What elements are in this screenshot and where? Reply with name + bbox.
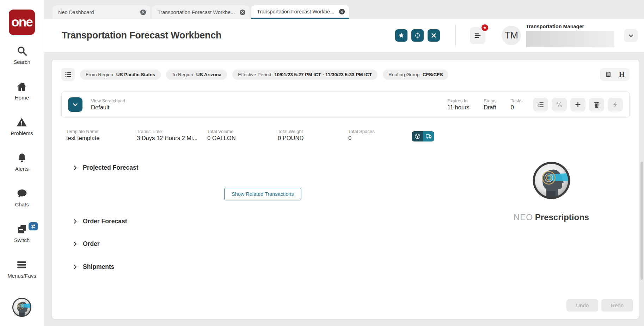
list-icon xyxy=(65,71,72,78)
delete-button[interactable] xyxy=(589,98,604,111)
filter-pill-routing-group[interactable]: Routing Group:CFS/CFS xyxy=(383,70,448,80)
filter-pill-to-region[interactable]: To Region:US Arizona xyxy=(166,70,227,80)
neo-user-avatar[interactable] xyxy=(12,297,32,318)
stat-expires-in: Expires In 11 hours xyxy=(447,98,470,111)
scratchpad-expand-button[interactable] xyxy=(68,97,82,112)
summary-label: Template Name xyxy=(66,129,137,134)
summary-value: test template xyxy=(66,134,137,142)
chevron-right-icon xyxy=(73,264,78,270)
user-menu-chevron-button[interactable] xyxy=(624,29,638,42)
stat-label: Tasks xyxy=(511,98,522,104)
pill-value: 10/01/23 5:27 PM ICT - 11/30/23 5:33 PM … xyxy=(274,72,372,77)
run-actions-button[interactable] xyxy=(608,98,623,111)
package-mode-segment[interactable] xyxy=(412,131,423,141)
trash-icon xyxy=(593,101,600,108)
pill-label: From Region: xyxy=(86,72,115,77)
history-button[interactable]: H xyxy=(619,71,625,78)
one-network-logo[interactable]: one xyxy=(9,10,35,35)
summary-total-weight: Total Weight 0 POUND xyxy=(278,129,348,142)
close-icon[interactable] xyxy=(240,10,245,15)
undo-button[interactable]: Undo xyxy=(566,299,598,312)
scratchpad-value: Default xyxy=(91,104,125,111)
sidebar-item-chats[interactable]: Chats xyxy=(15,188,29,207)
section-title: Projected Forecast xyxy=(83,164,139,171)
pill-value: US Arizona xyxy=(196,72,222,77)
summary-value: 0 POUND xyxy=(278,134,348,142)
refresh-icon xyxy=(414,32,421,39)
chevron-right-icon xyxy=(73,219,78,224)
filter-bar: From Region:US Pacific States To Region:… xyxy=(61,68,630,81)
vertical-scrollbar[interactable] xyxy=(640,162,643,280)
clipboard-button[interactable] xyxy=(605,71,612,78)
summary-template-name: Template Name test template xyxy=(66,129,137,142)
user-initials: TM xyxy=(505,30,518,41)
undo-redo-bar: Undo Redo xyxy=(566,299,633,312)
tab-transportation-forecast-1[interactable]: Transportation Forecast Workbe... xyxy=(152,5,250,19)
close-workbench-button[interactable] xyxy=(428,29,440,42)
filter-list-button[interactable] xyxy=(61,68,75,81)
tab-transportation-forecast-2-active[interactable]: Transportation Forecast Workbe... xyxy=(251,5,349,19)
notifications-menu-button[interactable]: ★ xyxy=(470,27,485,44)
chevron-down-icon xyxy=(628,33,634,38)
sidebar-label: Switch xyxy=(14,237,30,243)
section-title: Shipments xyxy=(83,263,114,271)
refresh-button[interactable] xyxy=(411,29,424,42)
show-related-transactions-button[interactable]: Show Related Transactions xyxy=(224,188,301,200)
a-b-compare-icon: AB xyxy=(556,101,563,108)
sidebar-item-problems[interactable]: Problems xyxy=(11,117,33,136)
close-icon[interactable] xyxy=(140,10,146,15)
neo-brand-text: NEO xyxy=(514,212,533,222)
close-icon[interactable] xyxy=(339,9,345,14)
filter-pill-from-region[interactable]: From Region:US Pacific States xyxy=(80,70,161,80)
close-icon xyxy=(430,32,437,39)
ordered-list-button[interactable]: 123 xyxy=(533,98,548,111)
switch-swap-badge[interactable] xyxy=(29,222,38,230)
neo-caption: NEOPrescriptions xyxy=(514,212,589,222)
stat-label: Expires In xyxy=(447,98,470,104)
scratchpad-panel: View Scratchpad Default Expires In 11 ho… xyxy=(61,91,630,118)
summary-label: Total Volume xyxy=(207,129,278,134)
star-badge: ★ xyxy=(481,24,489,32)
filter-pill-effective-period[interactable]: Effective Period:10/01/23 5:27 PM ICT - … xyxy=(232,70,378,80)
sidebar-item-alerts[interactable]: Alerts xyxy=(15,152,29,172)
neo-robot-image[interactable] xyxy=(532,161,571,200)
header-actions: ★ TM Transportation Manager xyxy=(391,24,638,47)
sidebar-item-home[interactable]: Home xyxy=(15,81,29,101)
user-role: Transportation Manager xyxy=(526,24,614,29)
sidebar-label: Search xyxy=(13,59,30,65)
favorite-button[interactable] xyxy=(395,29,407,42)
package-icon xyxy=(414,133,421,140)
summary-label: Total Spaces xyxy=(348,129,412,134)
warning-icon xyxy=(16,117,27,129)
main-area: Neo Dashboard Transportation Forecast Wo… xyxy=(44,0,644,326)
summary-row: Template Name test template Transit Time… xyxy=(61,129,630,142)
tab-bar: Neo Dashboard Transportation Forecast Wo… xyxy=(44,0,644,19)
compare-ab-button[interactable]: AB xyxy=(552,98,567,111)
workbench-card: From Region:US Pacific States To Region:… xyxy=(52,60,639,319)
redo-button[interactable]: Redo xyxy=(601,299,633,312)
sidebar-item-search[interactable]: Search xyxy=(13,46,30,65)
scratchpad-selector[interactable]: View Scratchpad Default xyxy=(91,98,125,111)
section-order[interactable]: Order xyxy=(73,240,630,248)
truck-mode-segment[interactable] xyxy=(423,131,434,141)
hamburger-icon xyxy=(474,32,482,40)
user-initials-avatar[interactable]: TM xyxy=(502,26,521,45)
home-icon xyxy=(16,81,27,93)
app-root: one Search Home Problems Alerts Chats Sw… xyxy=(0,0,644,326)
scratchpad-actions: 123 AB xyxy=(533,98,623,111)
star-icon xyxy=(398,32,405,39)
sidebar-item-switch[interactable]: Switch xyxy=(14,224,30,243)
sidebar-item-menus-favs[interactable]: Menus/Favs xyxy=(7,259,36,279)
tab-neo-dashboard[interactable]: Neo Dashboard xyxy=(53,5,150,19)
ordered-list-icon: 123 xyxy=(537,101,544,108)
summary-value: 3 Days 12 Hours 2 Mi... xyxy=(137,134,207,142)
section-shipments[interactable]: Shipments xyxy=(73,263,630,271)
add-button[interactable] xyxy=(570,98,585,111)
neo-prescriptions-widget[interactable]: NEOPrescriptions xyxy=(509,161,594,222)
page-title: Transportation Forecast Workbench xyxy=(62,30,221,41)
neo-robot-image-svg xyxy=(532,161,571,200)
tab-label: Transportation Forecast Workbe... xyxy=(257,9,339,14)
chevron-right-icon xyxy=(73,165,78,170)
bell-icon xyxy=(17,152,27,165)
volume-mode-toggle[interactable] xyxy=(412,131,434,141)
